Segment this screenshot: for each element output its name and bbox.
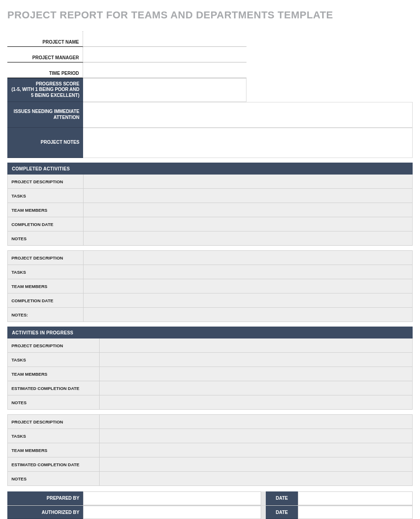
overview-row-notes: PROJECT NOTES	[7, 128, 413, 158]
progress-2-team-members-value[interactable]	[100, 443, 412, 457]
progress-1-team-members-label: TEAM MEMBERS	[8, 367, 100, 381]
completed-1-tasks-label: TASKS	[8, 189, 84, 203]
completed-2-completion-date-value[interactable]	[84, 293, 412, 307]
progress-1-estimated-completion-date-value[interactable]	[100, 381, 412, 395]
completed-2-project-description-label: PROJECT DESCRIPTION	[8, 251, 84, 265]
completed-2-tasks-label: TASKS	[8, 265, 84, 279]
completed-2-team-members-label: TEAM MEMBERS	[8, 279, 84, 293]
time-period-label: TIME PERIOD	[7, 62, 83, 78]
project-manager-value[interactable]	[83, 47, 246, 62]
completed-2-team-members-value[interactable]	[84, 279, 412, 293]
completed-1-tasks-value[interactable]	[84, 189, 412, 203]
completed-1-notes-value[interactable]	[84, 231, 412, 245]
authorized-date-value[interactable]	[298, 506, 413, 519]
project-name-value[interactable]	[83, 31, 246, 47]
overview-row-progress-score: PROGRESS SCORE (1-5, WITH 1 BEING POOR A…	[7, 78, 413, 102]
progress-2-notes-label: NOTES	[8, 472, 100, 485]
completed-1-completion-date-value[interactable]	[84, 217, 412, 231]
progress-2-tasks-value[interactable]	[100, 429, 412, 443]
in-progress-group-2: PROJECT DESCRIPTION TASKS TEAM MEMBERS E…	[7, 414, 413, 486]
prepared-date-label: DATE	[266, 491, 298, 505]
overview-row-issues: ISSUES NEEDING IMMEDIATE ATTENTION	[7, 102, 413, 128]
progress-1-tasks-label: TASKS	[8, 353, 100, 367]
issues-label: ISSUES NEEDING IMMEDIATE ATTENTION	[7, 102, 83, 128]
completed-1-completion-date-label: COMPLETION DATE	[8, 217, 84, 231]
completed-2-notes-value[interactable]	[84, 308, 412, 322]
progress-score-label: PROGRESS SCORE (1-5, WITH 1 BEING POOR A…	[7, 78, 83, 102]
progress-2-project-description-value[interactable]	[100, 415, 412, 429]
meta-row-project-manager: PROJECT MANAGER	[7, 47, 413, 62]
completed-2-completion-date-label: COMPLETION DATE	[8, 293, 84, 307]
progress-2-estimated-completion-date-label: ESTIMATED COMPLETION DATE	[8, 457, 100, 471]
section-header-in-progress: ACTIVITIES IN PROGRESS	[7, 327, 413, 338]
project-name-label: PROJECT NAME	[7, 31, 83, 47]
prepared-date-value[interactable]	[298, 491, 413, 505]
completed-group-2: PROJECT DESCRIPTION TASKS TEAM MEMBERS C…	[7, 250, 413, 322]
project-notes-label: PROJECT NOTES	[7, 128, 83, 158]
authorized-by-value[interactable]	[83, 506, 261, 519]
project-manager-label: PROJECT MANAGER	[7, 47, 83, 62]
progress-2-tasks-label: TASKS	[8, 429, 100, 443]
progress-1-project-description-value[interactable]	[100, 338, 412, 352]
progress-1-team-members-value[interactable]	[100, 367, 412, 381]
issues-value[interactable]	[83, 102, 413, 128]
section-header-completed: COMPLETED ACTIVITIES	[7, 163, 413, 175]
completed-1-team-members-value[interactable]	[84, 203, 412, 217]
progress-2-team-members-label: TEAM MEMBERS	[8, 443, 100, 457]
progress-1-estimated-completion-date-label: ESTIMATED COMPLETION DATE	[8, 381, 100, 395]
project-notes-value[interactable]	[83, 128, 413, 158]
progress-score-value[interactable]	[83, 78, 246, 102]
meta-row-time-period: TIME PERIOD	[7, 62, 413, 78]
meta-row-project-name: PROJECT NAME	[7, 31, 413, 47]
progress-1-project-description-label: PROJECT DESCRIPTION	[8, 338, 100, 352]
progress-2-project-description-label: PROJECT DESCRIPTION	[8, 415, 100, 429]
completed-1-project-description-value[interactable]	[84, 175, 412, 188]
completed-2-tasks-value[interactable]	[84, 265, 412, 279]
progress-1-tasks-value[interactable]	[100, 353, 412, 367]
prepared-by-value[interactable]	[83, 491, 261, 505]
completed-1-project-description-label: PROJECT DESCRIPTION	[8, 175, 84, 188]
in-progress-group-1: PROJECT DESCRIPTION TASKS TEAM MEMBERS E…	[7, 338, 413, 410]
progress-1-notes-label: NOTES	[8, 395, 100, 409]
signature-block: PREPARED BY DATE AUTHORIZED BY DATE	[7, 491, 413, 519]
page-title: PROJECT REPORT FOR TEAMS AND DEPARTMENTS…	[7, 9, 413, 21]
authorized-date-label: DATE	[266, 506, 298, 519]
completed-2-project-description-value[interactable]	[84, 251, 412, 265]
progress-2-estimated-completion-date-value[interactable]	[100, 457, 412, 471]
completed-1-team-members-label: TEAM MEMBERS	[8, 203, 84, 217]
completed-group-1: PROJECT DESCRIPTION TASKS TEAM MEMBERS C…	[7, 175, 413, 246]
authorized-by-label: AUTHORIZED BY	[7, 506, 83, 519]
progress-1-notes-value[interactable]	[100, 395, 412, 409]
prepared-by-label: PREPARED BY	[7, 491, 83, 505]
time-period-value[interactable]	[83, 62, 246, 78]
progress-2-notes-value[interactable]	[100, 472, 412, 485]
completed-2-notes-label: NOTES:	[8, 308, 84, 322]
completed-1-notes-label: NOTES	[8, 231, 84, 245]
